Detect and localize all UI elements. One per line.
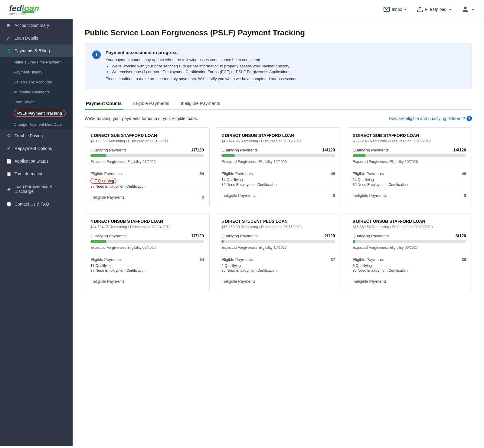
need-cert-item: 35 Need Employment Certification	[221, 183, 335, 187]
header: fedloan SERVICING Inbox File Upload	[0, 0, 484, 19]
sidebar-item-loan-forgiveness[interactable]: ◈ Loan Forgiveness & Discharge	[0, 180, 73, 198]
eligible-payment-row: Eligible Payments 49	[353, 171, 466, 176]
ineligible-label: Ineligible Payments	[221, 279, 256, 284]
svg-point-4	[464, 7, 466, 9]
loan-card-5: 5 DIRECT STUDENT PLUS LOAN $16,153.00 Re…	[216, 213, 341, 291]
eligible-count[interactable]: 54	[200, 257, 204, 262]
info-footer: Please continue to make on-time monthly …	[106, 76, 300, 81]
info-bullet-2: We received one (1) or more Employment C…	[112, 70, 300, 74]
eligible-count[interactable]: 37	[331, 257, 335, 262]
sidebar-label-account-summary: Account Summary	[15, 23, 49, 28]
sidebar-label-loan-details: Loan Details	[15, 36, 38, 41]
sidebar-item-application-status[interactable]: 📄 Application Status	[0, 155, 73, 167]
user-menu[interactable]	[461, 5, 475, 14]
eligible-count[interactable]: 54	[200, 171, 204, 176]
check-icon: ✔	[6, 146, 11, 151]
qualifying-count: 14/120	[453, 148, 466, 152]
svg-marker-3	[449, 9, 451, 10]
card-divider	[221, 254, 335, 254]
qualifying-sub-text: 2 Qualifying	[221, 264, 240, 268]
sidebar-item-change-payment-due-date[interactable]: Change Payment Due Date	[0, 119, 73, 129]
ineligible-payment-row: Ineligible Payments 3	[90, 195, 204, 200]
file-upload-label: File Upload	[425, 7, 446, 12]
loan-subtitle: $16,153.00 Remaining / Disbursed on 05/1…	[221, 225, 335, 229]
need-cert-item: 35 Need Employment Certification	[353, 268, 466, 273]
ineligible-payment-row: Ineligible Payments 8	[353, 193, 466, 198]
payment-sub-items: 14 Qualifying 35 Need Employment Certifi…	[221, 178, 335, 187]
loans-grid: 1 DIRECT SUB STAFFORD LOAN $4,195.65 Rem…	[85, 127, 472, 291]
file-upload-button[interactable]: File Upload	[417, 6, 452, 13]
help-circle-icon: ?	[466, 116, 472, 121]
ineligible-payment-row: Ineligible Payments	[353, 279, 466, 284]
inbox-dropdown-icon	[404, 8, 407, 11]
qualifying-count: 2/120	[325, 233, 335, 238]
tab-payment-counts[interactable]: Payment Counts	[85, 98, 123, 110]
progress-bar	[221, 154, 335, 157]
eligible-label: Eligible Payments	[353, 257, 384, 262]
inbox-button[interactable]: Inbox	[383, 6, 407, 13]
need-cert-item: 37 Need Employment Certification	[90, 184, 204, 189]
progress-fill	[90, 154, 106, 157]
sidebar-item-pslf-tracking[interactable]: PSLF Payment Tracking	[0, 107, 73, 119]
sidebar-item-tax-information[interactable]: 📋 Tax Information	[0, 167, 73, 180]
tracking-desc: We're tracking your payments for each of…	[85, 116, 472, 121]
sidebar-label-repayment-options: Repayment Options	[15, 146, 52, 151]
eligible-label: Eligible Payments	[353, 171, 384, 176]
qualifying-label: Qualifying Payments	[90, 148, 126, 152]
need-cert-item: 37 Need Employment Certification	[90, 268, 204, 273]
qualifying-row: Qualifying Payments 17/120	[90, 233, 204, 238]
sidebar-item-payment-history[interactable]: Payment History	[0, 67, 73, 77]
loan-card-1: 1 DIRECT SUB STAFFORD LOAN $4,195.65 Rem…	[85, 127, 210, 207]
ineligible-count[interactable]: 8	[333, 193, 335, 198]
card-divider	[221, 168, 335, 168]
eligible-count[interactable]: 38	[462, 257, 466, 262]
progress-bar	[90, 240, 204, 243]
card-divider	[353, 168, 466, 168]
payment-sub-items: 3 Qualifying 35 Need Employment Certific…	[353, 264, 466, 273]
svg-marker-5	[472, 9, 474, 10]
loan-subtitle: $15,669.56 Remaining / Disbursed on 08/2…	[353, 225, 466, 229]
eligible-count[interactable]: 49	[462, 171, 466, 176]
sidebar-item-payments-billing[interactable]: 💲 Payments & Billing	[0, 44, 73, 57]
payment-sub-items: 17 Qualifying 37 Need Employment Certifi…	[90, 264, 204, 273]
eligible-payment-row: Eligible Payments 54	[90, 257, 204, 262]
tab-ineligible-payments[interactable]: Ineligible Payments	[180, 98, 221, 110]
sidebar-item-loan-payoff[interactable]: Loan Payoff	[0, 97, 73, 107]
loan-subtitle: $3,212.45 Remaining / Disbursed on 05/15…	[353, 139, 466, 143]
forgiveness-date: Expected Forgiveness Eligibility 10/2026	[353, 160, 466, 164]
tab-eligible-payments[interactable]: Eligible Payments	[132, 98, 170, 110]
sidebar-item-repayment-options[interactable]: ✔ Repayment Options	[0, 142, 73, 155]
clipboard-icon: 📋	[6, 171, 11, 176]
qualifying-sub-item: 14 Qualifying	[353, 178, 466, 182]
sidebar-item-saved-bank-accounts[interactable]: Saved Bank Accounts	[0, 77, 73, 87]
loan-subtitle: $16,474.95 Remaining / Disbursed on 08/1…	[221, 139, 335, 143]
qualifying-row: Qualifying Payments 17/120	[90, 148, 204, 152]
progress-fill	[221, 154, 235, 157]
main-content: Public Service Loan Forgiveness (PSLF) P…	[73, 19, 484, 446]
user-icon	[461, 5, 469, 14]
sidebar-item-loan-details[interactable]: 🎓 Loan Details	[0, 32, 73, 44]
qualifying-sub-item: 14 Qualifying	[221, 178, 335, 182]
card-divider	[353, 254, 466, 254]
sidebar-item-account-summary[interactable]: ⊞ Account Summary	[0, 19, 73, 32]
forgiveness-date: Expected Forgiveness Eligibility 10/2027	[221, 245, 335, 250]
ineligible-count[interactable]: 3	[202, 195, 204, 200]
qualifying-row: Qualifying Payments 2/120	[221, 233, 335, 238]
sidebar-item-automatic-payments[interactable]: Automatic Payments	[0, 87, 73, 97]
card-divider-2	[353, 190, 466, 190]
sidebar-item-trouble-paying[interactable]: ⚙ Trouble Paying	[0, 129, 73, 142]
eligible-count[interactable]: 49	[331, 171, 335, 176]
how-link[interactable]: How are eligible and qualifying differen…	[389, 116, 472, 121]
sidebar-item-contact-us[interactable]: 🕐 Contact Us & FAQ	[0, 198, 73, 210]
progress-fill	[90, 240, 106, 243]
progress-fill	[353, 240, 355, 243]
ineligible-count[interactable]: 8	[464, 193, 466, 198]
ineligible-label: Ineligible Payments	[353, 193, 387, 198]
loan-card-3: 3 DIRECT SUB STAFFORD LOAN $3,212.45 Rem…	[347, 127, 472, 207]
eligible-payment-row: Eligible Payments 49	[221, 171, 335, 176]
card-divider	[90, 254, 204, 254]
eligible-label: Eligible Payments	[221, 171, 253, 176]
sidebar-item-one-time-payment[interactable]: Make a One-Time Payment	[0, 57, 73, 67]
qualifying-count: 3/120	[456, 233, 466, 238]
progress-bar	[353, 154, 466, 157]
